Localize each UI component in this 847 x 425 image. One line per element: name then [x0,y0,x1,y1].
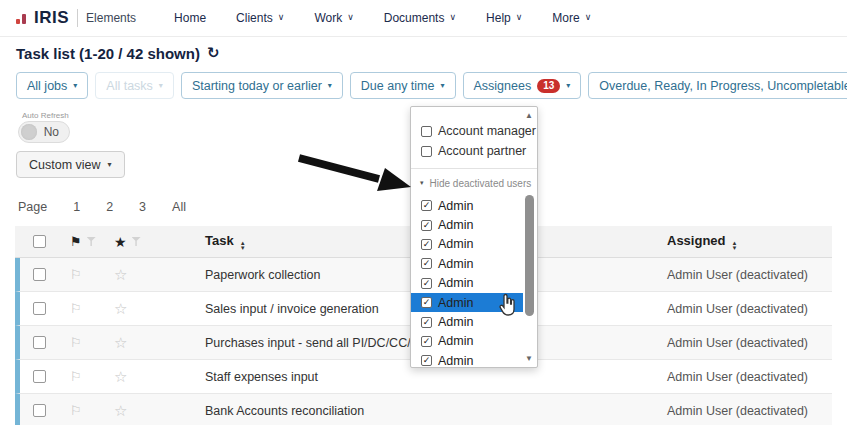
dropdown-item-admin[interactable]: ✓ Admin [411,312,523,331]
filter-status-button[interactable]: Overdue, Ready, In Progress, Uncompletab… [588,72,847,99]
dropdown-item-admin[interactable]: ✓ Admin [411,332,523,351]
checkbox-unchecked[interactable] [421,146,432,157]
sort-icon[interactable]: ▲▼ [240,241,246,251]
dropdown-item-admin[interactable]: ✓ Admin [411,274,523,293]
top-navbar: IRIS Elements Home Clients ∨ Work ∨ Docu… [0,0,847,37]
check-icon: ✓ [423,318,431,327]
filter-assignees-button[interactable]: Assignees 13 ▾ [463,72,582,99]
scroll-down-icon[interactable]: ▼ [525,354,533,363]
row-checkbox[interactable] [33,404,46,417]
check-icon: ✓ [423,221,431,230]
flag-outline-icon[interactable]: ⚐ [70,267,82,282]
checkbox-checked[interactable]: ✓ [421,355,432,366]
checkbox-unchecked[interactable] [421,126,432,137]
check-icon: ✓ [423,279,431,288]
row-checkbox[interactable] [33,268,46,281]
dropdown-item-account-manager[interactable]: Account manager [411,121,537,141]
caret-down-icon: ▾ [73,81,77,90]
check-icon: ✓ [423,259,431,268]
annotation-arrow [293,148,418,198]
filter-all-jobs-button[interactable]: All jobs ▾ [16,72,88,99]
checkbox-checked[interactable]: ✓ [421,317,432,328]
brand-product: Elements [86,11,136,25]
chevron-down-icon: ∨ [449,12,456,22]
page-3-link[interactable]: 3 [139,200,146,214]
logo-divider [77,9,78,27]
assigned-user: Admin User (deactivated) [667,370,832,384]
star-outline-icon[interactable]: ☆ [114,300,127,318]
page-title: Task list (1-20 / 42 shown) ↻ [16,44,220,62]
scroll-up-icon[interactable]: ▲ [525,111,533,120]
hide-deactivated-users-toggle[interactable]: ▾ Hide deactivated users [411,175,537,191]
sort-icon[interactable]: ▲▼ [732,241,738,251]
dropdown-item-admin[interactable]: ✓ Admin [411,351,523,368]
checkbox-checked[interactable]: ✓ [421,239,432,250]
caret-down-icon: ▾ [108,160,112,169]
custom-view-button[interactable]: Custom view ▾ [16,151,125,178]
task-name[interactable]: Bank Accounts reconciliation [154,404,667,418]
refresh-icon[interactable]: ↻ [207,44,220,62]
collapse-triangle-icon: ▾ [420,179,424,187]
checkbox-checked[interactable]: ✓ [421,220,432,231]
dropdown-item-account-partner[interactable]: Account partner [411,141,537,161]
page-all-link[interactable]: All [172,200,186,214]
caret-down-icon: ▾ [440,81,444,90]
assignees-dropdown: Account manager Account partner ▾ Hide d… [410,106,538,368]
nav-item-home[interactable]: Home [174,11,206,25]
flag-outline-icon[interactable]: ⚐ [70,335,82,350]
filter-starting-button[interactable]: Starting today or earlier ▾ [181,72,343,99]
row-checkbox[interactable] [33,302,46,315]
dropdown-item-admin[interactable]: ✓ Admin [411,235,523,254]
nav-item-documents[interactable]: Documents ∨ [384,11,456,25]
checkbox-checked[interactable]: ✓ [421,258,432,269]
dropdown-item-admin[interactable]: ✓ Admin [411,196,523,215]
brand-name: IRIS [34,8,69,28]
dropdown-item-admin[interactable]: ✓ Admin [411,254,523,273]
row-checkbox[interactable] [33,336,46,349]
iris-logo[interactable]: IRIS Elements [16,8,136,28]
dropdown-scrollbar-thumb[interactable] [525,195,534,316]
star-filter-funnel-icon[interactable] [132,237,141,246]
checkbox-checked[interactable]: ✓ [421,297,432,308]
row-checkbox[interactable] [33,370,46,383]
assigned-user: Admin User (deactivated) [667,404,832,418]
nav-item-clients[interactable]: Clients ∨ [236,11,284,25]
flag-filter-funnel-icon[interactable] [87,237,96,246]
filter-all-tasks-button: All tasks ▾ [95,72,174,99]
dropdown-item-admin[interactable]: ✓ Admin [411,293,523,312]
nav-item-help[interactable]: Help ∨ [486,11,522,25]
star-outline-icon[interactable]: ☆ [114,402,127,420]
star-outline-icon[interactable]: ☆ [114,334,127,352]
toggle-knob [21,124,37,140]
flag-outline-icon[interactable]: ⚐ [70,301,82,316]
star-icon: ★ [114,234,127,250]
checkbox-checked[interactable]: ✓ [421,278,432,289]
assigned-column-header[interactable]: Assigned▲▼ [667,233,832,251]
nav-item-more[interactable]: More ∨ [552,11,591,25]
checkbox-checked[interactable]: ✓ [421,200,432,211]
star-outline-icon[interactable]: ☆ [114,368,127,386]
chevron-down-icon: ∨ [278,12,285,22]
table-row[interactable]: ⚐ ☆ Bank Accounts reconciliation Admin U… [15,394,832,425]
dropdown-divider [411,168,537,169]
page-label: Page [18,200,47,214]
page-1-link[interactable]: 1 [73,200,80,214]
flag-icon: ⚑ [70,234,82,249]
iris-bars-icon [16,12,26,24]
dropdown-user-list: ✓ Admin ✓ Admin ✓ Admin ✓ Admin [411,196,537,368]
nav-item-work[interactable]: Work ∨ [314,11,353,25]
assignees-count-badge: 13 [537,79,560,93]
assigned-user: Admin User (deactivated) [667,336,832,350]
filter-bar: All jobs ▾ All tasks ▾ Starting today or… [16,72,847,99]
flag-outline-icon[interactable]: ⚐ [70,369,82,384]
page-2-link[interactable]: 2 [106,200,113,214]
auto-refresh-toggle[interactable]: No [18,121,70,143]
checkbox-checked[interactable]: ✓ [421,336,432,347]
task-name[interactable]: Staff expenses input [154,370,667,384]
dropdown-item-admin[interactable]: ✓ Admin [411,215,523,234]
select-all-checkbox[interactable] [33,235,46,248]
filter-due-button[interactable]: Due any time ▾ [350,72,456,99]
check-icon: ✓ [423,337,431,346]
flag-outline-icon[interactable]: ⚐ [70,403,82,418]
star-outline-icon[interactable]: ☆ [114,266,127,284]
